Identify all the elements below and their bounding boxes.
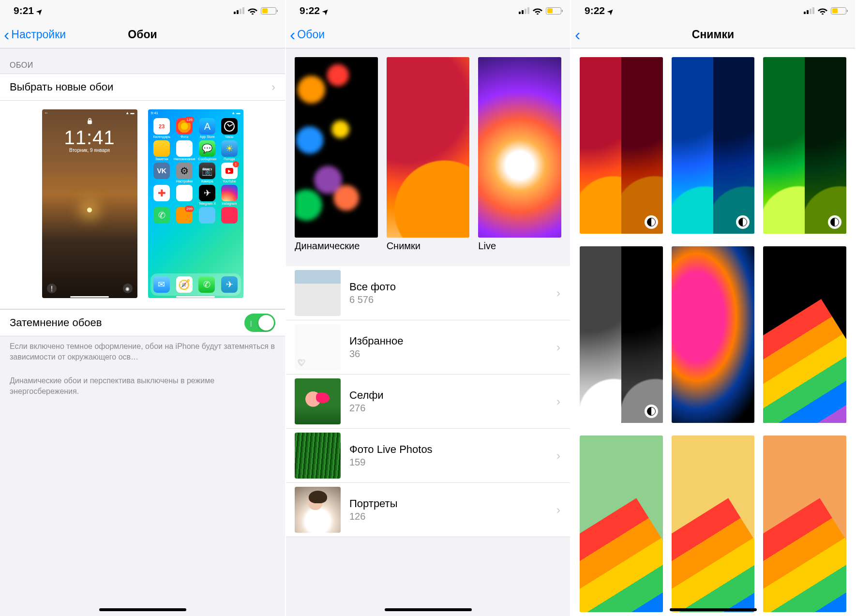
cellular-icon [519, 7, 529, 14]
wifi-icon [818, 7, 827, 15]
battery-icon [261, 7, 276, 15]
album-count: 126 [349, 511, 398, 522]
back-button[interactable]: ‹ Настройки [0, 28, 66, 41]
lockscreen-preview[interactable]: ◦◦▲ ▬ 11:41 Вторник, 9 января ╿ ◉ [42, 109, 137, 298]
cellular-icon [234, 7, 244, 14]
nav-bar: ‹ Обои [286, 21, 570, 48]
back-label: Обои [297, 28, 325, 41]
footer-text-2: Динамические обои и перспектива выключен… [0, 362, 285, 396]
wallpaper-previews: ◦◦▲ ▬ 11:41 Вторник, 9 января ╿ ◉ 9:41▲ … [0, 101, 285, 309]
chevron-left-icon: ‹ [290, 30, 295, 39]
wifi-icon [248, 7, 257, 15]
dim-wallpaper-row: Затемнение обоев | [0, 309, 285, 336]
nav-title: Снимки [571, 28, 855, 41]
wallpaper-item[interactable] [672, 57, 755, 234]
album-count: 6 576 [349, 294, 396, 305]
stills-grid-screen: 9:22 ‹ Снимки [570, 0, 855, 616]
wallpaper-grid[interactable] [571, 48, 855, 616]
wallpaper-item[interactable] [763, 57, 846, 234]
section-header: ОБОИ [0, 48, 285, 74]
album-count: 36 [349, 348, 404, 360]
status-bar: 9:22 [286, 0, 570, 21]
category-label: Снимки [387, 240, 470, 252]
location-icon [608, 5, 614, 16]
album-title: Все фото [349, 281, 396, 293]
lock-date: Вторник, 9 января [42, 148, 137, 153]
chevron-left-icon: ‹ [4, 30, 9, 39]
wallpaper-item[interactable] [580, 246, 663, 423]
wallpaper-item[interactable] [580, 57, 663, 234]
category-thumb [478, 57, 561, 238]
battery-icon [546, 7, 561, 15]
settings-wallpaper-screen: 9:21 ‹ Настройки Обои ОБОИ Выбрать новые… [0, 0, 285, 616]
album-selfies[interactable]: Селфи 276 › [286, 375, 570, 429]
status-bar: 9:21 [0, 0, 285, 21]
lock-icon [42, 116, 137, 125]
status-time: 9:21 [14, 5, 34, 16]
camera-icon: ◉ [123, 284, 133, 293]
choose-wallpaper-screen: 9:22 ‹ Обои Динамические Снимки [285, 0, 570, 616]
category-dynamic[interactable]: Динамические [295, 57, 378, 252]
lock-time: 11:41 [42, 127, 137, 149]
status-time: 9:22 [585, 5, 605, 16]
category-live[interactable]: Live [478, 57, 561, 252]
album-favorites[interactable]: Избранное 36 › [286, 320, 570, 375]
category-stills[interactable]: Снимки [387, 57, 470, 252]
chevron-right-icon: › [271, 80, 275, 94]
homescreen-preview[interactable]: 9:41▲ ▬ 23Календарь 126Фото AApp Store Ч… [148, 109, 243, 298]
scroll-content[interactable]: ОБОИ Выбрать новые обои › ◦◦▲ ▬ 11:41 Вт… [0, 48, 285, 616]
album-count: 159 [349, 457, 433, 468]
chevron-right-icon: › [556, 286, 560, 300]
scroll-content[interactable]: Динамические Снимки Live Все фото 6 576 … [286, 48, 570, 616]
appearance-icon [645, 215, 658, 229]
wallpaper-item[interactable] [763, 246, 846, 423]
flashlight-icon: ╿ [47, 284, 57, 293]
album-thumb [295, 378, 341, 424]
nav-bar: ‹ Снимки [571, 21, 855, 48]
back-button[interactable]: ‹ Обои [286, 28, 325, 41]
choose-wallpaper-row[interactable]: Выбрать новые обои › [0, 74, 285, 101]
cell-label: Затемнение обоев [10, 316, 102, 329]
album-thumb [295, 487, 341, 533]
album-title: Фото Live Photos [349, 443, 433, 456]
home-indicator[interactable] [385, 608, 472, 611]
appearance-icon [645, 405, 658, 418]
footer-text-1: Если включено темное оформление, обои на… [0, 336, 285, 362]
dim-toggle[interactable]: | [244, 314, 275, 332]
wifi-icon [533, 7, 542, 15]
wallpaper-categories: Динамические Снимки Live [286, 48, 570, 255]
wallpaper-item[interactable] [672, 436, 755, 612]
wallpaper-item[interactable] [672, 246, 755, 423]
chevron-left-icon: ‹ [575, 30, 580, 39]
battery-icon [831, 7, 846, 15]
status-bar: 9:22 [571, 0, 855, 21]
album-title: Селфи [349, 389, 384, 402]
home-indicator[interactable] [670, 608, 757, 611]
album-title: Избранное [349, 335, 404, 347]
album-thumb [295, 324, 341, 370]
album-count: 276 [349, 403, 384, 414]
location-icon [37, 5, 43, 16]
location-icon [323, 5, 329, 16]
back-button[interactable]: ‹ [571, 30, 581, 39]
category-thumb [387, 57, 470, 238]
album-thumb [295, 270, 341, 316]
chevron-right-icon: › [556, 395, 560, 408]
album-all-photos[interactable]: Все фото 6 576 › [286, 266, 570, 320]
home-indicator[interactable] [99, 608, 186, 611]
cellular-icon [804, 7, 814, 14]
album-portraits[interactable]: Портреты 126 › [286, 483, 570, 537]
category-label: Динамические [295, 240, 378, 252]
chevron-right-icon: › [556, 449, 560, 463]
wallpaper-item[interactable] [763, 436, 846, 612]
chevron-right-icon: › [556, 503, 560, 517]
album-thumb [295, 433, 341, 479]
category-label: Live [478, 240, 561, 252]
chevron-right-icon: › [556, 341, 560, 354]
album-live-photos[interactable]: Фото Live Photos 159 › [286, 429, 570, 483]
nav-bar: ‹ Настройки Обои [0, 21, 285, 48]
wallpaper-item[interactable] [580, 436, 663, 612]
back-label: Настройки [11, 28, 66, 41]
cell-label: Выбрать новые обои [10, 81, 113, 93]
album-title: Портреты [349, 497, 398, 510]
